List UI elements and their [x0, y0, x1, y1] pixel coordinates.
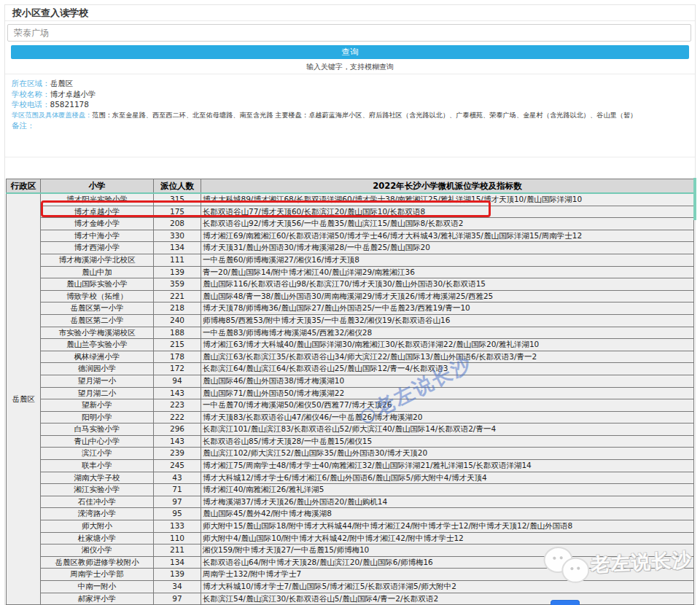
school-cell: 郝家坪小学 [41, 593, 154, 605]
quota-cell: 143 [154, 435, 201, 448]
table-row: 石佳冲小学97博才梅溪湖37/博才天顶26/麓山外国语20/麓山购机14 [7, 496, 694, 508]
table-row: 岳麓区博才阳光实验小学315博才大科城89/博才湘江68/长郡双语洋湖60/博才… [7, 193, 694, 206]
table-row: 杜家塘小学110师大附中4/麓山国际10/附中博才大科城42/附中博才湘江42/… [7, 532, 694, 544]
info-line-district: 所在区域：岳麓区 [12, 78, 693, 89]
allocation-cell: 长郡滨江54/麓山滨江30/长郡双语谷山5/麓山国际4/青一2/长郡双语2 [201, 593, 694, 605]
school-cell: 岳麓区第二小学 [41, 314, 154, 327]
quota-cell: 134 [154, 242, 201, 254]
table-edge-accent [693, 178, 696, 220]
table-row: 望月湖二小143麓山国际71/麓山外国语50/博才梅溪湖22 [7, 387, 694, 399]
quota-cell: 143 [154, 387, 201, 399]
allocation-cell: 博才湘江69/南雅湘江60/长郡双语洋湖50/博才学士46/博才大科城43/雅礼… [201, 230, 694, 242]
school-cell: 中南一附小 [41, 581, 154, 593]
quota-cell: 71 [154, 484, 201, 496]
allocation-cell: 湘仪159/附中博才天顶27/一中岳麓15/师博梅10 [201, 544, 694, 557]
allocation-cell: 博才天顶83/长郡双语谷山47/湘仪46/一中岳麓26/博才梅溪湖20 [201, 411, 694, 424]
table-row: 望月湖一小94麓山国际46/麓山外国语38/博才梅溪湖10 [7, 375, 694, 387]
table-row: 郝家坪小学97长郡滨江54/麓山滨江30/长郡双语谷山5/麓山国际4/青一2/长… [7, 593, 694, 605]
table-header-row: 行政区 小学 派位人数 2022年长沙小学微机派位学校及指标数 [7, 179, 694, 194]
quota-cell: 110 [154, 532, 201, 544]
header-quota: 派位人数 [154, 179, 201, 194]
table-row: 博才金峰小学208长郡双语谷山92/博才天顶56/一中岳麓35/麓山滨江15/麓… [7, 218, 694, 230]
table-row: 湘江实验小学71博才湘江40/南雅湘江26/雅礼洋湖5 [7, 484, 694, 496]
table-row: 博才中海小学330博才湘江69/南雅湘江60/长郡双语洋湖50/博才学士46/博… [7, 230, 694, 242]
school-cell: 市实验小学梅溪湖校区 [41, 327, 154, 339]
school-cell: 溁湾路小学 [41, 508, 154, 520]
table-row: 阳明小学222博才天顶83/长郡双语谷山47/湘仪46/一中岳麓26/博才梅溪湖… [7, 411, 694, 424]
quota-cell: 34 [154, 581, 201, 593]
table-row: 中南一附小34博才大科城10/博才学士7/麓山国际5/博才湘江5/长郡双语洋湖5… [7, 581, 694, 593]
school-cell: 石佳冲小学 [41, 496, 154, 508]
quota-cell: 97 [154, 496, 201, 508]
info-line-coverage: 学区范围及具体覆盖楼盘：范围：东至金星路、西至西二环、北至佑母塘路、南至含光路 … [12, 110, 693, 121]
allocation-cell: 麓山国际116/长郡双语谷山98/长郡滨江70/博才天顶30/麓山外国语30/长… [201, 278, 694, 291]
allocation-cell: 师大附中4/麓山国际10/附中博才大科城42/附中博才湘江42/附中博才学士12 [201, 532, 694, 544]
info-field-label: 备注： [12, 121, 35, 130]
table-row: 博才西湖小学134博才天顶31/麓山外国语30/博才梅溪湖28/一中岳麓25/麓… [7, 242, 694, 254]
allocation-cell: 麓山国际45/麓外42/附中博才梅溪湖8 [201, 508, 694, 520]
table-row: 联丰小学245博才湘江75/周南学士48/博才学士40/南雅湘江32/麓山国际洋… [7, 460, 694, 472]
allocation-cell: 长郡双语谷山92/博才天顶56/一中岳麓35/麓山滨江15/麓山国际8/长郡双语… [201, 218, 694, 230]
allocation-cell: 长郡双语谷山85/博才天顶28/一中岳麓15/湘仪15 [201, 435, 694, 448]
quota-cell: 240 [154, 314, 201, 327]
table-row: 湖南大学子校43博才大科城12/博才学士6/博才湘江6/麓山外国语6/麓山国际5… [7, 472, 694, 484]
school-cell: 联丰小学 [41, 460, 154, 472]
allocation-cell: 长郡滨江101/麓山滨江83/长郡双语谷山52/师大滨江40/麓山国际14/长郡… [201, 424, 694, 436]
school-lookup-page: 按小区查入读学校 查询 输入关键字，支持模糊查询 所在区域：岳麓区 学校名称：博… [0, 0, 700, 605]
school-cell: 博才卓越小学 [41, 206, 154, 218]
quota-cell: 359 [154, 278, 201, 291]
quota-cell: 245 [154, 460, 201, 472]
table-row: 湘仪小学211湘仪159/附中博才天顶27/一中岳麓15/师博梅10 [7, 544, 694, 557]
school-cell: 湘仪小学 [41, 544, 154, 557]
info-field-value: 范围：东至金星路、西至西二环、北至佑母塘路、南至含光路 主要楼盘：卓越蔚蓝海岸小… [92, 111, 637, 119]
quota-cell: 218 [154, 302, 201, 315]
allocation-cell: 麓山国际71/麓山外国语50/博才梅溪湖22 [201, 387, 694, 399]
allocation-cell: 博才湘江40/南雅湘江26/雅礼洋湖5 [201, 484, 694, 496]
bottom-action-button[interactable] [551, 600, 580, 605]
quota-cell: 172 [154, 363, 201, 375]
school-cell: 师大附小 [41, 520, 154, 533]
school-cell: 湖南大学子校 [41, 472, 154, 484]
table-row: 溁湾路小学95麓山国际45/麓外42/附中博才梅溪湖8 [7, 508, 694, 520]
divider [5, 20, 695, 21]
table-row: 白马实验小学296长郡滨江101/麓山滨江83/长郡双语谷山52/师大滨江40/… [7, 424, 694, 436]
query-button[interactable]: 查询 [11, 45, 689, 59]
allocation-cell: 长郡双语谷山64/附中博才天顶28/麓山滨江20/麓山国际6/师博梅16 [201, 556, 694, 569]
school-cell: 博才西湖小学 [41, 242, 154, 254]
table-row: 岳麓区第一小学218博才天顶78/师博梅36/麓山国际27/麓山外国语25/一中… [7, 302, 694, 315]
school-cell: 滨江小学 [41, 448, 154, 460]
allocation-cell: 周南学士132/附中博才学士7 [201, 569, 694, 581]
quota-cell: 139 [154, 266, 201, 278]
quota-cell: 296 [154, 424, 201, 436]
school-cell: 德润园小学 [41, 363, 154, 375]
table-row: 博才梅溪湖小学北校区111一中岳麓60/师博梅溪湖27/湘仪16/博才天顶8 [7, 254, 694, 266]
divider [5, 74, 695, 74]
table-row: 德润园小学172长郡滨江64/麓山滨江64/长郡双语谷山25/麓山国际12/青一… [7, 363, 694, 375]
allocation-cell: 博才梅溪湖37/博才天顶26/麓山外国语20/麓山购机14 [201, 496, 694, 508]
info-field-value: 博才卓越小学 [50, 90, 96, 98]
school-cell: 杜家塘小学 [41, 532, 154, 544]
table-row: 麓山中加139青一20/麓山国际14/附中博才湘江40/麓山洋湖29/南雅湘江3… [7, 266, 694, 278]
table-row: 青山中心小学143长郡双语谷山85/博才天顶28/一中岳麓15/湘仪15 [7, 435, 694, 448]
school-cell: 岳麓区教师进修学校附小 [41, 556, 154, 569]
school-cell: 白马实验小学 [41, 424, 154, 436]
info-field-label: 所在区域： [12, 79, 50, 87]
table-row: 麓山国际实验小学359麓山国际116/长郡双语谷山98/长郡滨江70/博才天顶3… [7, 278, 694, 291]
table-row: 博致学校（拓维）221麓山国际48/青一38/麓山外国语30/周南梅溪湖29/博… [7, 290, 694, 302]
page-title: 按小区查入读学校 [12, 7, 88, 20]
info-line-school-name: 学校名称：博才卓越小学 [12, 89, 693, 100]
quota-cell: 215 [154, 339, 201, 351]
community-search-input[interactable] [7, 24, 691, 42]
quota-cell: 188 [154, 327, 201, 339]
quota-cell: 94 [154, 375, 201, 387]
school-cell: 望新小学 [41, 399, 154, 412]
quota-cell: 95 [154, 508, 201, 520]
allocation-cell: 师博梅85/西雅53/附中博才天顶35/一中岳麓32/湘仪19/长郡双语谷山16 [201, 314, 694, 327]
table-row: 岳麓区教师进修学校附小134长郡双语谷山64/附中博才天顶28/麓山滨江20/麓… [7, 556, 694, 569]
allocation-cell: 博才天顶78/师博梅36/麓山国际27/麓山外国语25/一中岳麓23/西雅19/… [201, 302, 694, 315]
table-row: 博才卓越小学175长郡双语谷山77/博才天顶60/长郡滨江20/麓山国际10/长… [7, 206, 694, 218]
school-cell: 博才梅溪湖小学北校区 [41, 254, 154, 266]
table-row: 枫林绿洲小学178麓山滨江63/长郡滨江35/长郡双语谷山34/师大滨江22/麓… [7, 351, 694, 363]
allocation-cell: 博才大科城12/博才学士6/博才湘江6/麓山外国语6/麓山国际5/师大附中4/博… [201, 472, 694, 484]
school-info-block: 所在区域：岳麓区 学校名称：博才卓越小学 学校电话：85821178 学区范围及… [12, 78, 693, 131]
